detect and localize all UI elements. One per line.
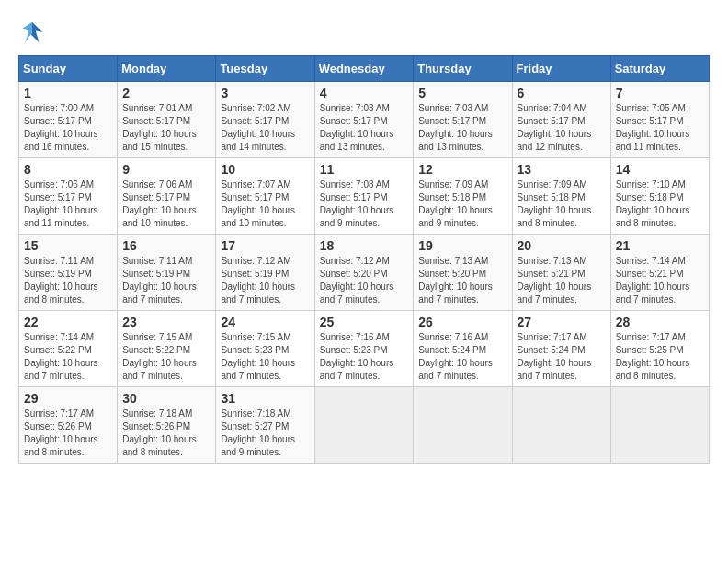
calendar-cell: 30 Sunrise: 7:18 AM Sunset: 5:26 PM Dayl… [118, 387, 216, 464]
calendar-cell: 12 Sunrise: 7:09 AM Sunset: 5:18 PM Dayl… [414, 158, 512, 235]
calendar-cell: 21 Sunrise: 7:14 AM Sunset: 5:21 PM Dayl… [610, 235, 709, 311]
calendar-cell: 15 Sunrise: 7:11 AM Sunset: 5:19 PM Dayl… [19, 235, 118, 311]
day-info: Sunrise: 7:18 AM Sunset: 5:27 PM Dayligh… [221, 408, 309, 459]
calendar-cell: 22 Sunrise: 7:14 AM Sunset: 5:22 PM Dayl… [19, 311, 118, 387]
day-info: Sunrise: 7:03 AM Sunset: 5:17 PM Dayligh… [320, 102, 409, 154]
day-number: 3 [221, 86, 309, 100]
calendar-cell [512, 387, 610, 464]
day-number: 12 [418, 162, 506, 177]
calendar-cell: 17 Sunrise: 7:12 AM Sunset: 5:19 PM Dayl… [216, 235, 314, 311]
logo [18, 18, 51, 46]
calendar-cell: 29 Sunrise: 7:17 AM Sunset: 5:26 PM Dayl… [19, 387, 118, 464]
day-info: Sunrise: 7:11 AM Sunset: 5:19 PM Dayligh… [122, 255, 210, 306]
calendar-cell: 9 Sunrise: 7:06 AM Sunset: 5:17 PM Dayli… [118, 158, 216, 235]
day-info: Sunrise: 7:12 AM Sunset: 5:19 PM Dayligh… [221, 255, 309, 306]
day-info: Sunrise: 7:04 AM Sunset: 5:17 PM Dayligh… [518, 102, 606, 154]
day-info: Sunrise: 7:06 AM Sunset: 5:17 PM Dayligh… [122, 178, 210, 230]
calendar-week-row: 22 Sunrise: 7:14 AM Sunset: 5:22 PM Dayl… [19, 311, 710, 387]
day-number: 7 [616, 86, 704, 100]
calendar-cell [610, 387, 709, 464]
calendar-cell: 7 Sunrise: 7:05 AM Sunset: 5:17 PM Dayli… [610, 82, 709, 158]
day-number: 21 [616, 238, 704, 253]
calendar-cell: 18 Sunrise: 7:12 AM Sunset: 5:20 PM Dayl… [314, 235, 414, 311]
day-info: Sunrise: 7:02 AM Sunset: 5:17 PM Dayligh… [221, 102, 309, 154]
day-number: 13 [518, 162, 606, 177]
calendar-week-row: 15 Sunrise: 7:11 AM Sunset: 5:19 PM Dayl… [19, 235, 710, 311]
day-number: 17 [221, 238, 309, 253]
day-info: Sunrise: 7:16 AM Sunset: 5:24 PM Dayligh… [418, 331, 506, 383]
day-number: 10 [221, 162, 309, 177]
calendar-cell: 3 Sunrise: 7:02 AM Sunset: 5:17 PM Dayli… [216, 82, 314, 158]
day-number: 23 [122, 315, 210, 329]
day-info: Sunrise: 7:15 AM Sunset: 5:22 PM Dayligh… [122, 331, 210, 383]
day-info: Sunrise: 7:06 AM Sunset: 5:17 PM Dayligh… [24, 178, 112, 230]
day-info: Sunrise: 7:09 AM Sunset: 5:18 PM Dayligh… [518, 178, 606, 230]
logo-bird-icon [18, 18, 46, 46]
day-number: 26 [418, 315, 506, 329]
day-number: 8 [24, 162, 112, 177]
day-number: 18 [320, 238, 409, 253]
calendar-cell: 16 Sunrise: 7:11 AM Sunset: 5:19 PM Dayl… [118, 235, 216, 311]
day-number: 16 [122, 238, 210, 253]
calendar-cell: 14 Sunrise: 7:10 AM Sunset: 5:18 PM Dayl… [610, 158, 709, 235]
calendar-cell: 2 Sunrise: 7:01 AM Sunset: 5:17 PM Dayli… [118, 82, 216, 158]
day-info: Sunrise: 7:17 AM Sunset: 5:26 PM Dayligh… [24, 408, 112, 459]
calendar-week-row: 8 Sunrise: 7:06 AM Sunset: 5:17 PM Dayli… [19, 158, 710, 235]
calendar-cell: 24 Sunrise: 7:15 AM Sunset: 5:23 PM Dayl… [216, 311, 314, 387]
calendar-cell: 5 Sunrise: 7:03 AM Sunset: 5:17 PM Dayli… [414, 82, 512, 158]
calendar-cell: 10 Sunrise: 7:07 AM Sunset: 5:17 PM Dayl… [216, 158, 314, 235]
day-number: 24 [221, 315, 309, 329]
calendar-header-row: SundayMondayTuesdayWednesdayThursdayFrid… [19, 56, 710, 82]
day-number: 20 [518, 238, 606, 253]
header [18, 18, 710, 46]
calendar-cell: 31 Sunrise: 7:18 AM Sunset: 5:27 PM Dayl… [216, 387, 314, 464]
day-number: 31 [221, 391, 309, 406]
day-info: Sunrise: 7:13 AM Sunset: 5:20 PM Dayligh… [418, 255, 506, 306]
day-of-week-header: Thursday [414, 56, 512, 82]
day-number: 15 [24, 238, 112, 253]
day-info: Sunrise: 7:08 AM Sunset: 5:17 PM Dayligh… [320, 178, 409, 230]
day-number: 4 [320, 86, 409, 100]
day-number: 29 [24, 391, 112, 406]
day-number: 28 [616, 315, 704, 329]
day-info: Sunrise: 7:15 AM Sunset: 5:23 PM Dayligh… [221, 331, 309, 383]
day-of-week-header: Friday [512, 56, 610, 82]
day-info: Sunrise: 7:09 AM Sunset: 5:18 PM Dayligh… [418, 178, 506, 230]
day-info: Sunrise: 7:01 AM Sunset: 5:17 PM Dayligh… [122, 102, 210, 154]
day-info: Sunrise: 7:14 AM Sunset: 5:21 PM Dayligh… [616, 255, 704, 306]
calendar-cell: 6 Sunrise: 7:04 AM Sunset: 5:17 PM Dayli… [512, 82, 610, 158]
calendar-cell: 13 Sunrise: 7:09 AM Sunset: 5:18 PM Dayl… [512, 158, 610, 235]
day-number: 9 [122, 162, 210, 177]
day-info: Sunrise: 7:00 AM Sunset: 5:17 PM Dayligh… [24, 102, 112, 154]
day-info: Sunrise: 7:03 AM Sunset: 5:17 PM Dayligh… [418, 102, 506, 154]
calendar-week-row: 29 Sunrise: 7:17 AM Sunset: 5:26 PM Dayl… [19, 387, 710, 464]
calendar-cell: 25 Sunrise: 7:16 AM Sunset: 5:23 PM Dayl… [314, 311, 414, 387]
day-number: 5 [418, 86, 506, 100]
day-number: 2 [122, 86, 210, 100]
day-info: Sunrise: 7:07 AM Sunset: 5:17 PM Dayligh… [221, 178, 309, 230]
calendar-cell: 11 Sunrise: 7:08 AM Sunset: 5:17 PM Dayl… [314, 158, 414, 235]
day-number: 1 [24, 86, 112, 100]
calendar-cell [314, 387, 414, 464]
calendar-cell: 8 Sunrise: 7:06 AM Sunset: 5:17 PM Dayli… [19, 158, 118, 235]
day-number: 14 [616, 162, 704, 177]
day-number: 19 [418, 238, 506, 253]
calendar-cell: 27 Sunrise: 7:17 AM Sunset: 5:24 PM Dayl… [512, 311, 610, 387]
day-of-week-header: Saturday [610, 56, 709, 82]
day-number: 30 [122, 391, 210, 406]
day-number: 6 [518, 86, 606, 100]
calendar-cell: 4 Sunrise: 7:03 AM Sunset: 5:17 PM Dayli… [314, 82, 414, 158]
day-info: Sunrise: 7:17 AM Sunset: 5:25 PM Dayligh… [616, 331, 704, 383]
day-number: 25 [320, 315, 409, 329]
day-number: 11 [320, 162, 409, 177]
calendar-cell: 1 Sunrise: 7:00 AM Sunset: 5:17 PM Dayli… [19, 82, 118, 158]
day-info: Sunrise: 7:05 AM Sunset: 5:17 PM Dayligh… [616, 102, 704, 154]
day-info: Sunrise: 7:12 AM Sunset: 5:20 PM Dayligh… [320, 255, 409, 306]
day-info: Sunrise: 7:16 AM Sunset: 5:23 PM Dayligh… [320, 331, 409, 383]
day-info: Sunrise: 7:14 AM Sunset: 5:22 PM Dayligh… [24, 331, 112, 383]
day-info: Sunrise: 7:11 AM Sunset: 5:19 PM Dayligh… [24, 255, 112, 306]
calendar-cell: 20 Sunrise: 7:13 AM Sunset: 5:21 PM Dayl… [512, 235, 610, 311]
day-info: Sunrise: 7:18 AM Sunset: 5:26 PM Dayligh… [122, 408, 210, 459]
day-of-week-header: Tuesday [216, 56, 314, 82]
calendar-cell: 19 Sunrise: 7:13 AM Sunset: 5:20 PM Dayl… [414, 235, 512, 311]
